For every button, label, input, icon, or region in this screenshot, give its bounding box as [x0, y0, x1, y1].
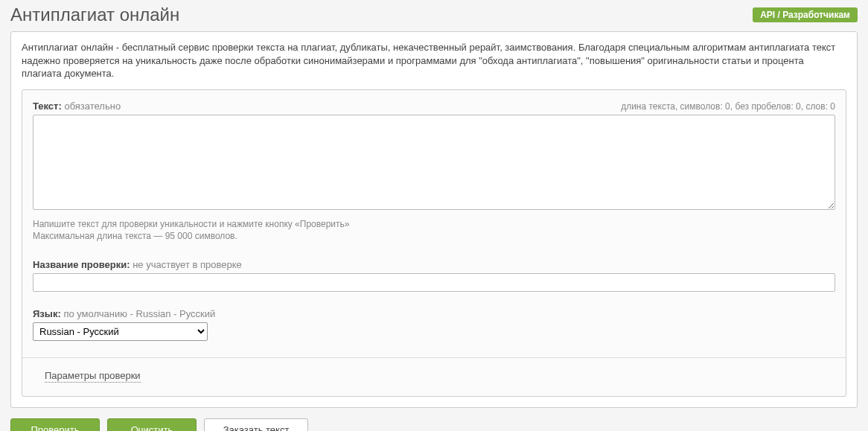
api-developers-badge[interactable]: API / Разработчикам	[753, 7, 858, 22]
lang-field-note: по умолчанию - Russian - Русский	[63, 308, 215, 319]
page-title: Антиплагиат онлайн	[10, 4, 179, 25]
lang-field-label: Язык:	[33, 308, 61, 319]
text-input[interactable]	[33, 115, 835, 210]
title-field-note: не участвует в проверке	[133, 259, 242, 270]
text-stats: длина текста, символов: 0, без пробелов:…	[621, 101, 835, 112]
check-params-link[interactable]: Параметры проверки	[45, 370, 141, 383]
order-text-button[interactable]: Заказать текст	[204, 418, 308, 431]
language-select[interactable]: Russian - Русский	[33, 322, 208, 341]
check-form: Текст: обязательно длина текста, символо…	[22, 89, 846, 398]
text-field-label: Текст:	[33, 100, 62, 112]
main-panel: Антиплагиат онлайн - бесплатный сервис п…	[10, 31, 858, 408]
check-button[interactable]: Проверить	[10, 418, 100, 431]
text-required-note: обязательно	[64, 100, 121, 112]
service-description: Антиплагиат онлайн - бесплатный сервис п…	[11, 32, 857, 89]
title-field-label: Название проверки:	[33, 259, 130, 270]
clear-button[interactable]: Очистить	[107, 418, 197, 431]
title-input[interactable]	[33, 273, 835, 292]
hint-max-length: Максимальная длина текста — 95 000 симво…	[33, 230, 835, 243]
hint-write-text: Напишите текст для проверки уникальности…	[33, 218, 835, 231]
